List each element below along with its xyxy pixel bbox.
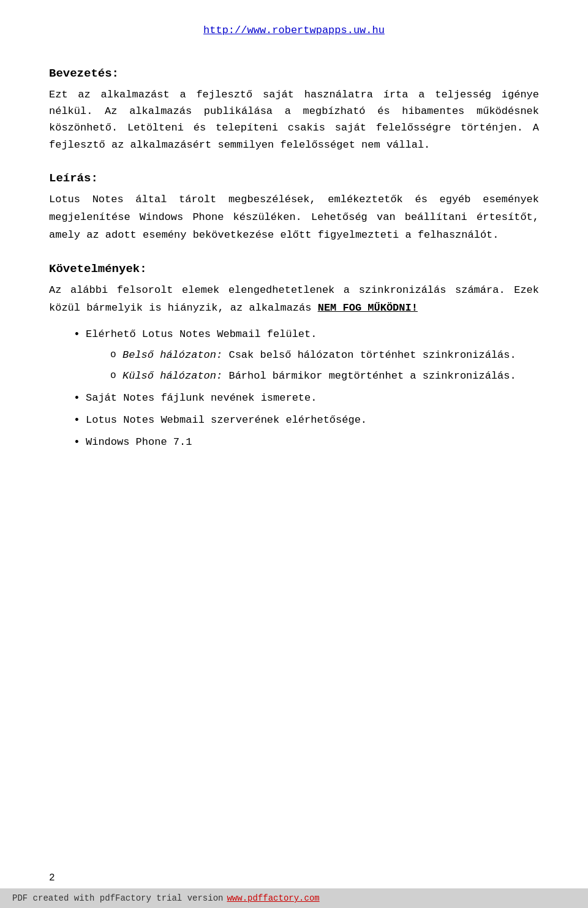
- sub2-label: Külső hálózaton:: [123, 370, 222, 382]
- intro-paragraph: Ezt az alkalmazást a fejlesztő saját has…: [49, 86, 539, 153]
- requirements-nem-fog: NEM FOG MŰKÖDNI!: [318, 302, 418, 314]
- description-paragraph: Lotus Notes által tárolt megbeszélések, …: [49, 191, 539, 244]
- footer-link[interactable]: www.pdffactory.com: [227, 893, 319, 903]
- intro-title: Bevezetés:: [49, 67, 539, 80]
- footer-text: PDF created with pdfFactory trial versio…: [12, 893, 223, 903]
- sub-item-1: Belső hálózaton: Csak belső hálózaton tö…: [110, 347, 539, 364]
- sub1-text: Csak belső hálózaton történhet szinkroni…: [228, 349, 516, 361]
- requirements-title: Követelmények:: [49, 262, 539, 276]
- sub-list-1: Belső hálózaton: Csak belső hálózaton tö…: [110, 347, 539, 385]
- intro-section: Bevezetés: Ezt az alkalmazást a fejleszt…: [49, 67, 539, 153]
- page-container: http://www.robertwpapps.uw.hu Bevezetés:…: [0, 0, 588, 908]
- requirements-text-1: Az alábbi felsorolt elemek elengedhetetl…: [49, 284, 539, 314]
- sub-item-2: Külső hálózaton: Bárhol bármikor megtört…: [110, 368, 539, 385]
- bullet-item-1: Elérhető Lotus Notes Webmail felület. Be…: [74, 326, 539, 385]
- requirements-section: Követelmények: Az alábbi felsorolt eleme…: [49, 262, 539, 451]
- requirements-list: Elérhető Lotus Notes Webmail felület. Be…: [74, 326, 539, 451]
- footer-bar: PDF created with pdfFactory trial versio…: [0, 888, 588, 908]
- sub1-label: Belső hálózaton:: [123, 349, 222, 361]
- header-url: http://www.robertwpapps.uw.hu: [49, 25, 539, 36]
- bullet-item-2: Saját Notes fájlunk nevének ismerete.: [74, 390, 539, 407]
- sub2-text: Bárhol bármikor megtörténhet a szinkroni…: [228, 370, 516, 382]
- header-link[interactable]: http://www.robertwpapps.uw.hu: [203, 25, 385, 36]
- description-section: Leírás: Lotus Notes által tárolt megbesz…: [49, 172, 539, 244]
- page-number: 2: [49, 872, 55, 883]
- bullet-item-4: Windows Phone 7.1: [74, 434, 539, 451]
- requirements-paragraph: Az alábbi felsorolt elemek elengedhetetl…: [49, 282, 539, 317]
- description-title: Leírás:: [49, 172, 539, 185]
- bullet-item-3: Lotus Notes Webmail szerverének elérhető…: [74, 412, 539, 429]
